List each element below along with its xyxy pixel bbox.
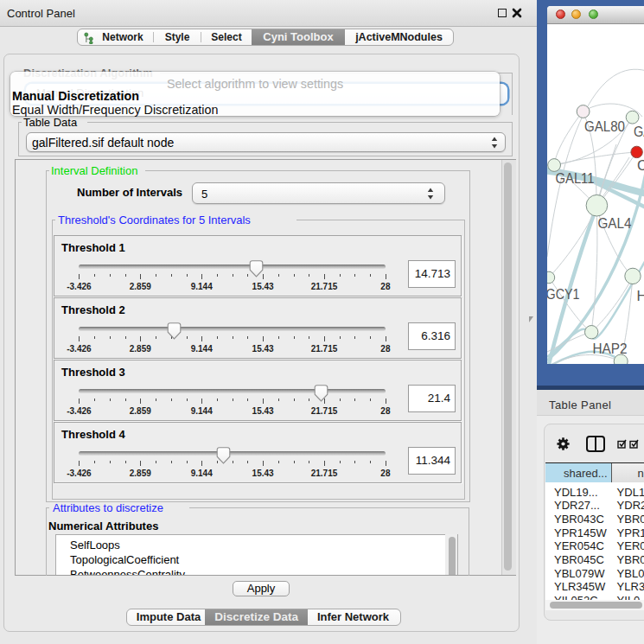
svg-text:GAL80: GAL80 <box>584 118 625 134</box>
svg-text:GAL4: GAL4 <box>598 215 632 231</box>
svg-text:GCY1: GCY1 <box>547 286 580 302</box>
svg-text:GA: GA <box>634 124 644 139</box>
svg-text:C: C <box>637 157 644 173</box>
svg-text:HAP2: HAP2 <box>593 341 628 356</box>
svg-text:H: H <box>637 288 644 303</box>
svg-text:GAL11: GAL11 <box>556 170 595 186</box>
